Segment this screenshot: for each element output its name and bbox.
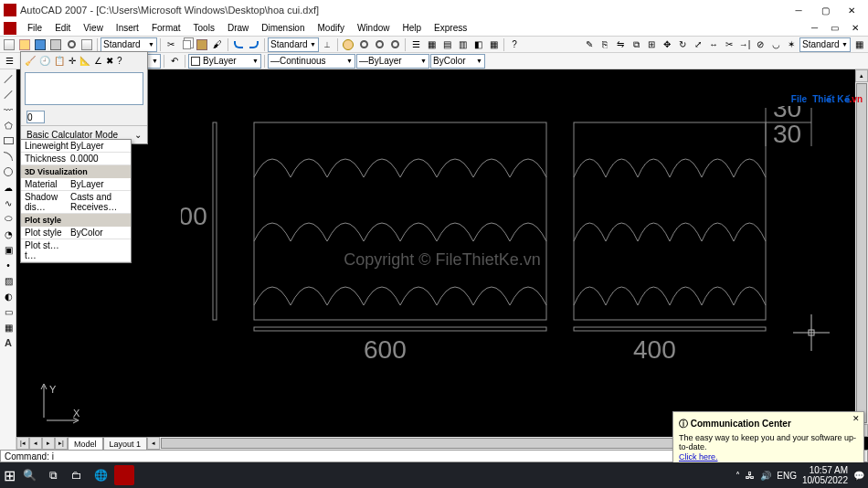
mod-break-button[interactable]: ⊘ <box>753 37 767 52</box>
table-tool-button[interactable]: ▦ <box>1 320 16 334</box>
minimize-button[interactable]: ─ <box>786 2 811 18</box>
tab-first-button[interactable]: |◂ <box>16 437 29 450</box>
menu-tools[interactable]: Tools <box>188 22 220 34</box>
expand-icon[interactable]: ⌄ <box>134 130 142 140</box>
prop-lineweight-value[interactable]: ByLayer <box>70 141 127 151</box>
menu-insert[interactable]: Insert <box>111 22 144 34</box>
layer-manager-button[interactable]: ☰ <box>2 54 16 69</box>
tray-volume-icon[interactable]: 🔊 <box>760 471 771 481</box>
menu-dimension[interactable]: Dimension <box>256 22 310 34</box>
mtext-tool-button[interactable]: A <box>1 335 16 350</box>
mod-explode-button[interactable]: ✶ <box>784 37 799 52</box>
calc-clear-icon[interactable]: 🧹 <box>25 56 36 66</box>
mod-trim-button[interactable]: ✂ <box>722 37 736 52</box>
tray-network-icon[interactable]: 🖧 <box>746 471 755 481</box>
markup-button[interactable]: ◧ <box>471 37 485 52</box>
mod-erase-button[interactable]: ✎ <box>582 37 597 52</box>
point-tool-button[interactable]: • <box>1 258 16 272</box>
menu-express[interactable]: Express <box>429 22 472 34</box>
plotstyle-dropdown[interactable]: ByColor▼ <box>430 54 485 69</box>
pan-button[interactable] <box>341 37 355 52</box>
region-tool-button[interactable]: ▭ <box>1 304 16 319</box>
browser-icon[interactable]: 🌐 <box>90 465 111 485</box>
ellipse-tool-button[interactable]: ⬭ <box>1 211 16 226</box>
toolpalettes-button[interactable]: ▤ <box>439 37 454 52</box>
search-icon[interactable]: 🔍 <box>19 465 39 485</box>
designcenter-button[interactable]: ▦ <box>424 37 439 52</box>
color-dropdown[interactable]: ByLayer▼ <box>188 54 261 69</box>
mod-scale-button[interactable]: ⤢ <box>691 37 705 52</box>
linetype-dropdown[interactable]: — Continuous▼ <box>268 54 355 69</box>
spline-tool-button[interactable]: ∿ <box>1 196 16 210</box>
arc-tool-button[interactable] <box>1 149 16 164</box>
layer-previous-button[interactable]: ↶ <box>167 54 182 69</box>
menu-modify[interactable]: Modify <box>312 22 350 34</box>
calc-dist-icon[interactable]: 📐 <box>79 56 90 66</box>
notification-close-button[interactable]: ✕ <box>852 414 860 423</box>
tab-model[interactable]: Model <box>68 437 103 450</box>
match-button[interactable]: 🖌 <box>210 37 225 52</box>
tab-prev-button[interactable]: ◂ <box>29 437 42 450</box>
paste-button[interactable] <box>195 37 209 52</box>
new-button[interactable] <box>2 37 16 52</box>
menu-help[interactable]: Help <box>397 22 428 34</box>
menu-draw[interactable]: Draw <box>222 22 254 34</box>
line-tool-button[interactable] <box>1 71 16 86</box>
open-button[interactable] <box>17 37 32 52</box>
zoom-previous-button[interactable] <box>387 37 402 52</box>
tray-notification-icon[interactable]: 💬 <box>853 471 864 481</box>
calc-angle-icon[interactable]: ∠ <box>94 56 102 66</box>
ellipsearc-tool-button[interactable]: ◔ <box>1 227 16 241</box>
menu-window[interactable]: Window <box>352 22 396 34</box>
polyline-tool-button[interactable]: 〰 <box>1 102 16 117</box>
scroll-thumb[interactable] <box>856 83 867 423</box>
prop-material-value[interactable]: ByLayer <box>70 179 127 189</box>
table-style-dropdown[interactable]: Standard▼ <box>799 37 851 52</box>
mod-rotate-button[interactable]: ↻ <box>675 37 690 52</box>
mdi-minimize-button[interactable]: ─ <box>806 22 823 34</box>
quickcalc-panel[interactable]: 🧹 🕘 📋 ✛ 📐 ∠ ✖ ? Basic Calculator Mode⌄ <box>20 51 148 144</box>
sheetset-button[interactable]: ▥ <box>455 37 470 52</box>
mod-mirror-button[interactable]: ⇋ <box>613 37 628 52</box>
cut-button[interactable]: ✂ <box>164 37 178 52</box>
revcloud-tool-button[interactable]: ☁ <box>1 180 16 195</box>
close-button[interactable]: ✕ <box>839 2 864 18</box>
menu-file[interactable]: File <box>22 22 48 34</box>
prop-thickness-value[interactable]: 0.0000 <box>70 154 127 164</box>
windows-taskbar[interactable]: ⊞ 🔍 ⧉ 🗀 🌐 ˄ 🖧 🔊 ENG 10:57 AM 10/05/2022 … <box>0 462 868 488</box>
lineweight-dropdown[interactable]: — ByLayer▼ <box>356 54 429 69</box>
redo-button[interactable] <box>247 37 261 52</box>
calc-history-icon[interactable]: 🕘 <box>39 56 50 66</box>
text-style-dropdown[interactable]: Standard▼ <box>101 37 157 52</box>
tab-last-button[interactable]: ▸| <box>55 437 68 450</box>
menu-edit[interactable]: Edit <box>49 22 76 34</box>
explorer-icon[interactable]: 🗀 <box>67 465 87 485</box>
start-button[interactable]: ⊞ <box>4 467 16 484</box>
maximize-button[interactable]: ▢ <box>812 2 838 18</box>
xline-tool-button[interactable] <box>1 87 16 101</box>
taskview-icon[interactable]: ⧉ <box>43 465 63 485</box>
system-tray[interactable]: ˄ 🖧 🔊 ENG 10:57 AM 10/05/2022 💬 <box>736 465 864 485</box>
help-button[interactable]: ? <box>507 37 522 52</box>
rectangle-tool-button[interactable] <box>1 133 16 148</box>
zoom-realtime-button[interactable] <box>356 37 371 52</box>
tray-lang[interactable]: ENG <box>777 471 797 481</box>
prop-shadow-value[interactable]: Casts and Receives… <box>70 192 127 212</box>
calc-getcoord-icon[interactable]: ✛ <box>69 56 76 66</box>
zoom-window-button[interactable] <box>372 37 386 52</box>
table-button[interactable]: ▦ <box>852 37 866 52</box>
undo-button[interactable] <box>231 37 246 52</box>
mod-array-button[interactable]: ⊞ <box>644 37 659 52</box>
mod-offset-button[interactable]: ⧉ <box>629 37 643 52</box>
dim-style-dropdown[interactable]: Standard▼ <box>268 37 319 52</box>
properties-panel[interactable]: LineweightByLayer Thickness0.0000 3D Vis… <box>20 139 132 263</box>
tray-up-icon[interactable]: ˄ <box>736 471 740 481</box>
calc-button[interactable]: ▦ <box>486 37 501 52</box>
polygon-tool-button[interactable]: ⬠ <box>1 118 16 133</box>
block-tool-button[interactable]: ▣ <box>1 242 16 257</box>
prop-section-3d[interactable]: 3D Visualization <box>21 165 131 178</box>
properties-button[interactable]: ☰ <box>408 37 423 52</box>
circle-tool-button[interactable] <box>1 164 16 179</box>
gradient-tool-button[interactable]: ◐ <box>1 289 16 303</box>
autocad-taskbar-icon[interactable] <box>114 465 134 485</box>
